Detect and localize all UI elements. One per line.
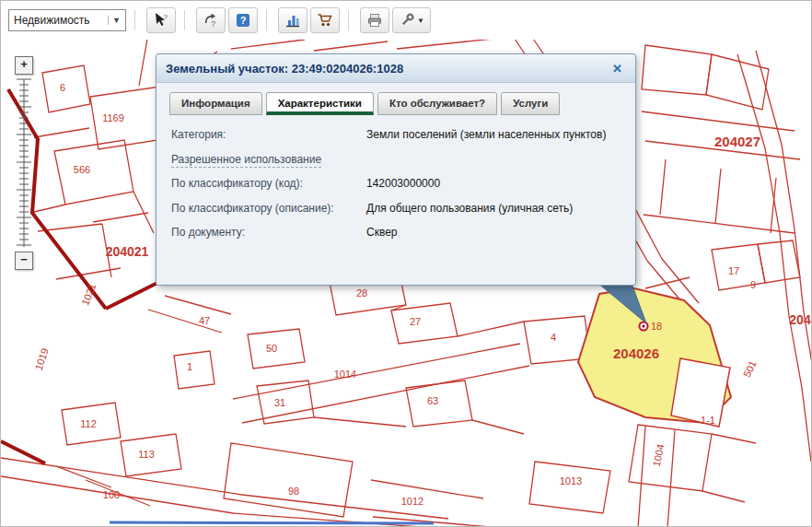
toolbar-separator: [348, 10, 349, 30]
zoom-out-button[interactable]: −: [15, 252, 33, 270]
field-label-category: Категория:: [171, 128, 366, 143]
layer-dropdown-value: Недвижимость: [14, 14, 90, 27]
curved-arrow-question-icon: ?: [203, 12, 219, 29]
svg-text:1013: 1013: [560, 475, 582, 486]
svg-text:204: 204: [789, 312, 811, 327]
tab-services[interactable]: Услуги: [501, 92, 560, 115]
field-value-document: Сквер: [366, 226, 621, 240]
cursor-question-icon: ?: [153, 12, 169, 29]
svg-text:63: 63: [427, 395, 438, 406]
toolbar-separator: [134, 10, 135, 30]
parcel-info-popup: Земельный участок: 23:49:0204026:1028 ✕ …: [156, 53, 636, 286]
zoom-control: + −: [12, 56, 36, 270]
popup-header[interactable]: Земельный участок: 23:49:0204026:1028 ✕: [157, 54, 635, 83]
svg-text:501: 501: [741, 358, 759, 379]
cart-button[interactable]: [310, 7, 340, 33]
zoom-in-button[interactable]: +: [15, 56, 33, 75]
field-label-classifier-code: По классификатору (код):: [171, 177, 366, 192]
svg-text:18: 18: [651, 321, 662, 332]
svg-text:1019: 1019: [33, 346, 51, 371]
blue-question-icon: ?: [235, 12, 251, 29]
app-window: 6116956620402110211019204027179204282750…: [0, 0, 812, 527]
svg-text:1004: 1004: [651, 443, 667, 467]
settings-button[interactable]: ▼: [392, 7, 431, 33]
blue-road-line: [110, 522, 434, 523]
field-label-document: По документу:: [171, 226, 366, 240]
svg-text:47: 47: [199, 315, 210, 326]
identify-button[interactable]: ?: [146, 7, 176, 33]
svg-text:204026: 204026: [613, 345, 659, 361]
popup-title: Земельный участок: 23:49:0204026:1028: [166, 62, 403, 76]
svg-text:113: 113: [138, 449, 155, 460]
wrench-icon: [399, 12, 415, 29]
svg-text:31: 31: [274, 397, 285, 408]
help-button[interactable]: ?: [228, 7, 258, 33]
svg-text:?: ?: [240, 15, 247, 26]
svg-text:1014: 1014: [334, 369, 356, 380]
field-value-classifier-desc: Для общего пользования (уличная сеть): [366, 202, 621, 217]
printer-icon: [366, 12, 383, 29]
chevron-down-icon: ▼: [108, 16, 121, 25]
svg-text:98: 98: [288, 486, 299, 497]
svg-text:1: 1: [187, 361, 192, 372]
svg-text:100: 100: [103, 489, 120, 500]
section-permitted-use: Разрешенное использование: [171, 153, 621, 168]
svg-text:112: 112: [80, 418, 97, 429]
toolbar: Недвижимость ▼ ? ? ?: [1, 1, 811, 40]
popup-tabs: Информация Характеристики Кто обслуживае…: [157, 83, 635, 115]
toolbar-separator: [266, 10, 267, 30]
svg-text:9: 9: [750, 279, 756, 290]
svg-text:204021: 204021: [106, 244, 149, 259]
svg-text:1012: 1012: [401, 496, 423, 507]
close-icon[interactable]: ✕: [609, 60, 626, 77]
svg-text:?: ?: [164, 13, 168, 21]
svg-text:204027: 204027: [714, 134, 760, 149]
svg-text:?: ?: [211, 19, 215, 29]
layer-dropdown[interactable]: Недвижимость ▼: [8, 9, 126, 31]
tab-information[interactable]: Информация: [169, 92, 262, 115]
svg-text:17: 17: [728, 265, 739, 276]
svg-text:1-1: 1-1: [701, 415, 715, 426]
print-button[interactable]: [360, 7, 389, 33]
parcel-marker-icon: [640, 322, 648, 331]
svg-text:566: 566: [74, 164, 90, 175]
tab-characteristics[interactable]: Характеристики: [266, 92, 374, 115]
field-value-category: Земли поселений (земли населенных пункто…: [366, 128, 621, 143]
svg-text:4: 4: [551, 332, 556, 343]
svg-text:27: 27: [410, 316, 421, 327]
toolbar-separator: [184, 10, 185, 30]
shopping-cart-icon: [317, 12, 333, 29]
svg-text:28: 28: [356, 287, 367, 299]
field-label-classifier-desc: По классификатору (описание):: [171, 202, 366, 217]
bar-chart-icon: [284, 12, 301, 29]
svg-text:50: 50: [266, 343, 277, 354]
field-value-classifier-code: 142003000000: [366, 177, 621, 192]
zoom-slider[interactable]: [12, 77, 36, 249]
tab-who-services[interactable]: Кто обслуживает?: [377, 92, 497, 115]
legend-button[interactable]: [278, 7, 307, 33]
measure-button[interactable]: ?: [196, 7, 226, 33]
popup-fields: Категория: Земли поселений (земли населе…: [157, 115, 635, 240]
svg-text:6: 6: [60, 82, 65, 93]
chevron-down-icon: ▼: [417, 17, 424, 25]
svg-text:1169: 1169: [102, 112, 124, 123]
